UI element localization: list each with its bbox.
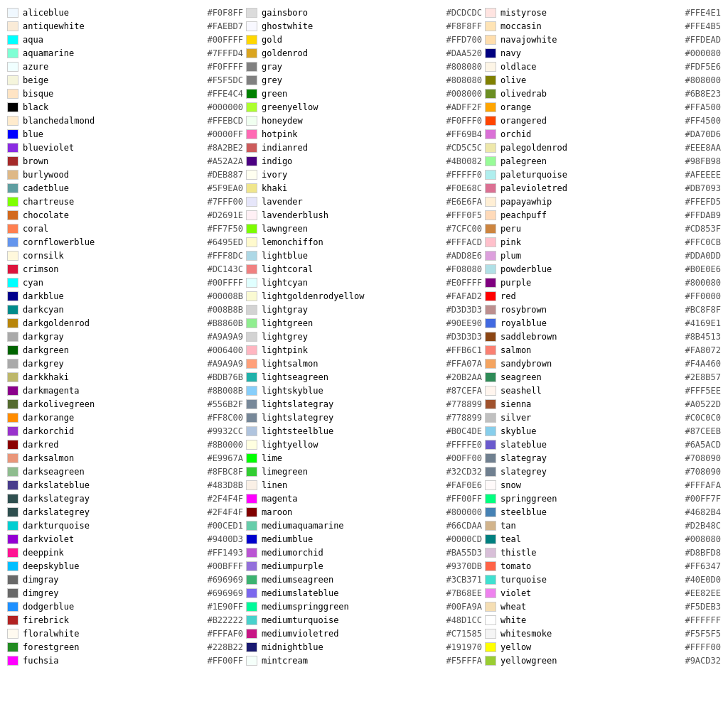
- color-hex: #B22222: [207, 615, 243, 625]
- color-hex: #FFFFF0: [446, 170, 482, 180]
- color-row: orchid#DA70D6: [483, 127, 722, 141]
- color-hex: #F0FFF0: [446, 116, 482, 126]
- color-hex: #CD853F: [685, 224, 721, 234]
- color-row: darkgrey#A9A9A9: [6, 357, 245, 370]
- color-hex: #00008B: [207, 291, 243, 301]
- color-hex: #008080: [685, 534, 721, 544]
- color-swatch: [7, 21, 18, 31]
- color-row: blue#0000FF: [6, 127, 245, 141]
- color-name: deepskyblue: [23, 561, 204, 571]
- color-swatch: [246, 534, 257, 544]
- color-name: cornflowerblue: [23, 237, 204, 247]
- color-swatch: [246, 197, 257, 207]
- color-row: midnightblue#191970: [245, 640, 483, 654]
- color-row: firebrick#B22222: [6, 613, 245, 627]
- color-hex: #2F4F4F: [207, 494, 243, 504]
- color-row: darkslategrey#2F4F4F: [6, 505, 245, 519]
- color-row: lightskyblue#87CEFA: [245, 384, 483, 397]
- color-hex: #87CEEB: [685, 426, 721, 436]
- color-hex: #708090: [685, 453, 721, 463]
- color-row: darkgreen#006400: [6, 343, 245, 357]
- color-swatch: [485, 494, 496, 504]
- color-row: blueviolet#8A2BE2: [6, 141, 245, 154]
- color-row: salmon#FA8072: [483, 343, 722, 357]
- color-row: limegreen#32CD32: [245, 465, 483, 478]
- color-row: lightsalmon#FFA07A: [245, 357, 483, 370]
- color-row: lightsteelblue#B0C4DE: [245, 424, 483, 438]
- color-name: rosybrown: [500, 305, 682, 315]
- color-hex: #CD5C5C: [446, 143, 482, 153]
- color-swatch: [7, 224, 18, 234]
- color-hex: #E6E6FA: [446, 197, 482, 207]
- color-row: hotpink#FF69B4: [245, 127, 483, 141]
- color-swatch: [485, 21, 496, 31]
- color-hex: #DCDCDC: [446, 8, 482, 18]
- color-name: blueviolet: [23, 143, 204, 153]
- color-swatch: [246, 615, 257, 625]
- color-swatch: [7, 305, 18, 315]
- color-name: darkgrey: [23, 359, 204, 369]
- color-name: maroon: [262, 507, 443, 517]
- color-hex: #8B0000: [207, 440, 243, 450]
- color-hex: #D3D3D3: [446, 332, 482, 342]
- color-swatch: [7, 143, 18, 153]
- color-row: sienna#A0522D: [483, 397, 722, 411]
- color-hex: #E9967A: [207, 453, 243, 463]
- color-swatch: [485, 561, 496, 571]
- color-hex: #AFEEEE: [685, 170, 721, 180]
- color-hex: #90EE90: [446, 318, 482, 328]
- color-row: sandybrown#F4A460: [483, 357, 722, 370]
- color-hex: #F5F5F5: [685, 629, 721, 639]
- color-name: brown: [23, 156, 204, 166]
- color-hex: #FAFAD2: [446, 291, 482, 301]
- color-swatch: [485, 588, 496, 598]
- color-hex: #0000CD: [446, 534, 482, 544]
- color-name: burlywood: [23, 170, 204, 180]
- color-name: darkorange: [23, 413, 204, 423]
- color-hex: #FFEBCD: [207, 116, 243, 126]
- color-name: darkkhaki: [23, 372, 204, 382]
- color-row: peru#CD853F: [483, 222, 722, 235]
- color-name: darkturquoise: [23, 521, 204, 531]
- color-row: skyblue#87CEEB: [483, 424, 722, 438]
- color-name: dimgray: [23, 575, 204, 585]
- color-name: salmon: [500, 345, 682, 355]
- column-0: aliceblue#F0F8FFantiquewhite#FAEBD7aqua#…: [6, 6, 245, 667]
- color-row: slategrey#708090: [483, 465, 722, 478]
- color-row: aliceblue#F0F8FF: [6, 6, 245, 19]
- color-row: azure#F0FFFF: [6, 60, 245, 73]
- color-swatch: [7, 440, 18, 450]
- color-name: lavenderblush: [262, 210, 443, 220]
- color-row: black#000000: [6, 100, 245, 114]
- color-swatch: [246, 494, 257, 504]
- color-hex: #006400: [207, 345, 243, 355]
- color-name: ghostwhite: [262, 21, 443, 31]
- color-row: darkmagenta#8B008B: [6, 384, 245, 397]
- color-name: magenta: [262, 494, 443, 504]
- color-row: snow#FFFAFA: [483, 478, 722, 492]
- color-swatch: [7, 399, 18, 409]
- color-row: orange#FFA500: [483, 100, 722, 114]
- color-swatch: [7, 35, 18, 45]
- color-hex: #800000: [446, 507, 482, 517]
- color-swatch: [485, 129, 496, 139]
- color-row: darkseagreen#8FBC8F: [6, 465, 245, 478]
- color-name: darkgray: [23, 332, 204, 342]
- color-row: antiquewhite#FAEBD7: [6, 19, 245, 33]
- color-hex: #FFDAB9: [685, 210, 721, 220]
- color-hex: #2E8B57: [685, 372, 721, 382]
- color-swatch: [246, 48, 257, 58]
- color-hex: #EEE8AA: [685, 143, 721, 153]
- color-row: burlywood#DEB887: [6, 168, 245, 181]
- color-hex: #7FFFD4: [207, 48, 243, 58]
- color-row: aqua#00FFFF: [6, 33, 245, 46]
- color-name: navajowhite: [500, 35, 682, 45]
- color-name: darkslategrey: [23, 507, 204, 517]
- color-row: tomato#FF6347: [483, 559, 722, 573]
- color-name: aqua: [23, 35, 204, 45]
- color-swatch: [7, 264, 18, 274]
- color-name: crimson: [23, 264, 204, 274]
- color-swatch: [485, 656, 496, 666]
- color-swatch: [7, 615, 18, 625]
- color-name: mintcream: [262, 656, 443, 666]
